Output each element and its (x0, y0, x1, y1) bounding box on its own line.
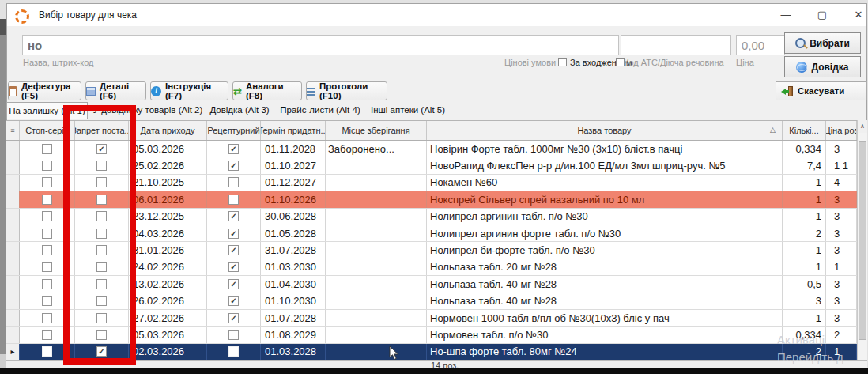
checkbox-checked[interactable]: ✓ (228, 279, 239, 289)
price-input[interactable] (736, 35, 785, 55)
scrollbar-thumb[interactable] (859, 141, 866, 340)
cell-prescription[interactable] (207, 344, 261, 360)
cell-supplier-ban[interactable] (75, 157, 129, 173)
header-term[interactable]: Термін придатн... (261, 121, 326, 140)
cell-stop-series[interactable] (20, 141, 75, 157)
cell-prescription[interactable] (207, 175, 261, 191)
maximize-button[interactable]: ▢ (806, 4, 838, 26)
analogs-button[interactable]: ⇄ Аналоги (F8) (232, 81, 302, 100)
select-button[interactable]: Вибрати (784, 32, 861, 54)
checkbox-checked[interactable]: ✓ (228, 245, 239, 255)
protocols-button[interactable]: Протоколи (F10) (306, 81, 387, 100)
cell-supplier-ban[interactable] (75, 310, 129, 326)
checkbox-unchecked[interactable] (42, 195, 52, 205)
cell-prescription[interactable]: ✓ (207, 157, 261, 173)
table-row[interactable]: 24.02.2026✓01.03.2030Нольпаза табл. 20 м… (6, 259, 867, 276)
cell-supplier-ban[interactable] (75, 209, 129, 225)
checkbox-checked[interactable] (228, 346, 239, 357)
cell-prescription[interactable]: ✓ (207, 141, 261, 157)
table-row[interactable]: 23.12.2025✓30.06.2028Нолипрел аргинин та… (6, 209, 867, 225)
checkbox-checked[interactable]: ✓ (228, 229, 239, 239)
cancel-button[interactable]: Скасувати (776, 81, 867, 100)
cell-stop-series[interactable] (20, 344, 75, 360)
cell-prescription[interactable]: ✓ (207, 209, 261, 225)
tab-other-pharmacies[interactable]: Інші аптеки (Alt 5) (368, 102, 448, 119)
checkbox-checked[interactable]: ✓ (228, 313, 239, 323)
cell-supplier-ban[interactable] (75, 175, 129, 191)
column-chooser-icon[interactable]: ≡ (10, 127, 14, 134)
cell-supplier-ban[interactable] (75, 259, 129, 275)
details-button[interactable]: Деталі (F6) (85, 81, 146, 100)
cell-prescription[interactable] (207, 327, 261, 342)
search-input[interactable] (22, 35, 619, 55)
cell-stop-series[interactable] (20, 310, 75, 326)
cell-stop-series[interactable] (20, 293, 75, 309)
checkbox-unchecked[interactable] (42, 296, 52, 306)
checkbox-unchecked[interactable] (96, 262, 107, 272)
cell-stop-series[interactable] (20, 276, 75, 292)
checkbox-unchecked[interactable] (42, 330, 52, 340)
checkbox-unchecked[interactable] (42, 262, 52, 272)
table-row[interactable]: ▸✓02.03.202601.03.2028Но-шпа форте табл.… (6, 344, 867, 360)
cell-prescription[interactable]: ✓ (207, 225, 261, 241)
cell-stop-series[interactable] (20, 225, 75, 241)
checkbox-unchecked[interactable] (96, 330, 107, 340)
cell-supplier-ban[interactable] (75, 191, 129, 207)
vertical-scrollbar[interactable]: ∧ (857, 120, 867, 360)
cell-prescription[interactable]: ✓ (207, 310, 261, 326)
match-anywhere-checkbox[interactable] (558, 58, 567, 66)
cell-stop-series[interactable] (20, 209, 75, 225)
cell-supplier-ban[interactable] (75, 225, 129, 241)
checkbox-unchecked[interactable] (96, 195, 107, 205)
cell-prescription[interactable]: ✓ (207, 276, 261, 292)
cell-stop-series[interactable] (20, 327, 75, 342)
tab-price-lists[interactable]: Прайс-листи (Alt 4) (277, 102, 363, 119)
atc-input[interactable] (621, 35, 731, 55)
table-row[interactable]: 31.01.2026✓31.07.2028Нолипрел би-форте т… (6, 242, 867, 259)
table-row[interactable]: 04.03.2026✓01.05.2028Нолипрел аргинин фо… (6, 225, 867, 242)
checkbox-checked[interactable] (42, 346, 52, 357)
tab-on-stock[interactable]: На залишку (Alt 1) (6, 102, 88, 119)
checkbox-checked[interactable]: ✓ (228, 296, 239, 306)
cell-prescription[interactable]: ✓ (207, 259, 261, 275)
header-name[interactable]: Назва товару△ (427, 121, 783, 140)
checkbox-checked[interactable]: ✓ (228, 211, 239, 221)
cell-supplier-ban[interactable] (75, 276, 129, 292)
close-button[interactable]: ✕ (843, 4, 868, 26)
header-qty[interactable]: Кількі... (783, 121, 826, 140)
checkbox-unchecked[interactable] (96, 245, 107, 255)
checkbox-unchecked[interactable] (42, 144, 52, 154)
instruction-button[interactable]: i Інструкція (F7) (150, 81, 228, 100)
header-recept[interactable]: Рецептурний (207, 121, 261, 140)
table-row[interactable]: ✓05.03.2026✓01.11.2028Заборонено...Новір… (6, 141, 867, 157)
cell-supplier-ban[interactable]: ✓ (75, 344, 129, 360)
tab-product-directory[interactable]: У довіднику товарів (Alt 2) (92, 102, 203, 119)
cell-stop-series[interactable] (20, 191, 75, 207)
cell-prescription[interactable] (207, 191, 261, 207)
checkbox-checked[interactable]: ✓ (96, 346, 107, 357)
minimize-button[interactable]: — (770, 4, 802, 26)
header-date[interactable]: Дата приходу (129, 121, 207, 140)
tab-reference[interactable]: Довідка (Alt 3) (206, 102, 273, 119)
checkbox-checked[interactable]: ✓ (96, 144, 107, 154)
cell-prescription[interactable]: ✓ (207, 242, 261, 258)
cell-stop-series[interactable] (20, 242, 75, 258)
checkbox-unchecked[interactable] (96, 229, 107, 239)
cell-stop-series[interactable] (20, 259, 75, 275)
checkbox-checked[interactable]: ✓ (228, 144, 239, 154)
checkbox-unchecked[interactable] (228, 330, 239, 340)
header-zapret[interactable]: Запрет поста... (75, 121, 129, 140)
cell-supplier-ban[interactable] (75, 293, 129, 309)
cell-supplier-ban[interactable] (75, 327, 129, 342)
checkbox-unchecked[interactable] (42, 161, 52, 171)
checkbox-unchecked[interactable] (96, 211, 107, 221)
table-row[interactable]: 05.03.202601.08.2029Нормовен табл. п/о №… (6, 327, 867, 343)
defectura-button[interactable]: Дефектура (F5) (8, 81, 81, 100)
cell-supplier-ban[interactable] (75, 242, 129, 258)
checkbox-checked[interactable]: ✓ (228, 161, 239, 171)
cell-supplier-ban[interactable]: ✓ (75, 141, 129, 157)
checkbox-unchecked[interactable] (42, 229, 52, 239)
checkbox-unchecked[interactable] (96, 313, 107, 323)
table-row[interactable]: 26.02.2026✓01.10.2030Нольпаза табл. 40 м… (6, 293, 867, 310)
checkbox-unchecked[interactable] (42, 245, 52, 255)
